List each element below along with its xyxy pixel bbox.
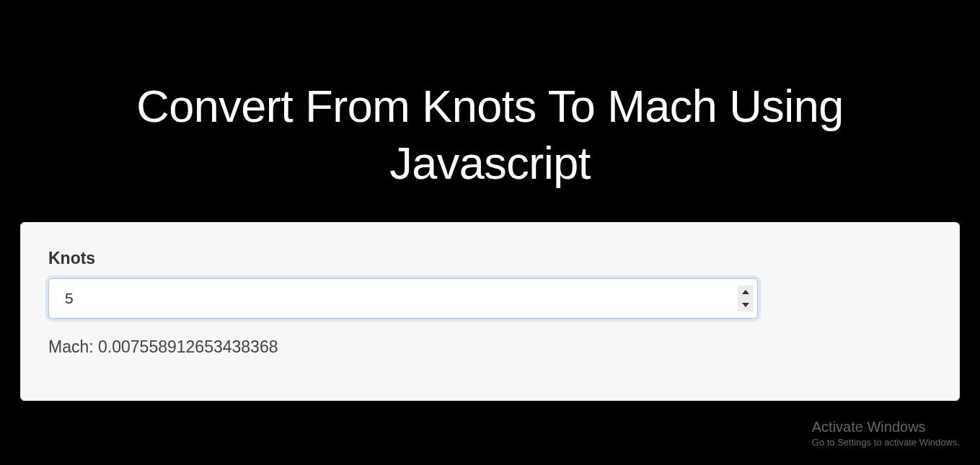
page-title: Convert From Knots To Mach Using Javascr…	[58, 0, 923, 222]
knots-input[interactable]	[48, 278, 758, 319]
result-label: Mach:	[48, 337, 98, 356]
result-output: Mach: 0.007558912653438368	[48, 337, 932, 357]
watermark-title: Activate Windows	[812, 419, 960, 435]
input-wrapper	[48, 278, 932, 319]
number-spinner	[738, 285, 754, 311]
chevron-down-icon	[742, 303, 749, 307]
knots-label: Knots	[48, 249, 932, 268]
windows-activation-watermark: Activate Windows Go to Settings to activ…	[812, 419, 960, 448]
spinner-down-button[interactable]	[738, 298, 754, 311]
watermark-subtitle: Go to Settings to activate Windows.	[812, 437, 960, 448]
spinner-up-button[interactable]	[738, 285, 754, 298]
chevron-up-icon	[742, 290, 749, 294]
converter-card: Knots Mach: 0.007558912653438368	[20, 222, 960, 401]
result-value: 0.007558912653438368	[98, 337, 278, 356]
